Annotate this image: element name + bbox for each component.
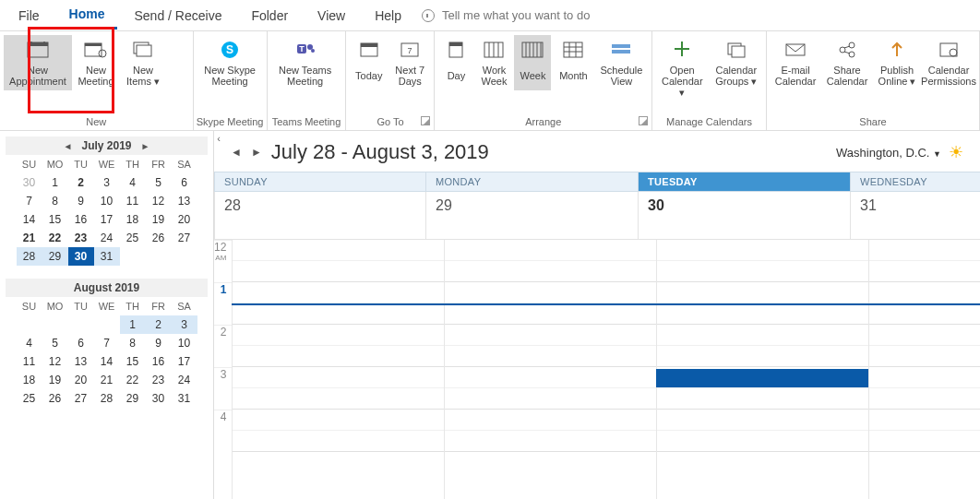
minical-day[interactable]: 30 xyxy=(17,173,42,192)
minical-day[interactable]: 19 xyxy=(146,210,172,229)
minical-day[interactable]: 1 xyxy=(120,315,146,334)
minical-day[interactable]: 5 xyxy=(146,173,172,192)
minical-day[interactable]: 26 xyxy=(42,389,68,408)
time-slot[interactable] xyxy=(233,325,444,346)
minical-day[interactable]: 24 xyxy=(172,371,197,389)
time-slot[interactable] xyxy=(869,303,980,325)
time-slot[interactable] xyxy=(233,388,444,410)
minical-day[interactable]: 18 xyxy=(120,210,146,229)
minical-day[interactable]: 8 xyxy=(120,334,146,352)
week-button[interactable]: Week xyxy=(514,35,551,90)
tab-folder[interactable]: Folder xyxy=(238,3,301,29)
minical-day[interactable]: 31 xyxy=(94,247,120,266)
minical-day[interactable]: 4 xyxy=(120,173,146,192)
minical-day[interactable]: 27 xyxy=(68,389,94,408)
minical-day[interactable]: 26 xyxy=(146,229,172,247)
day-column-header[interactable]: WEDNESDAY31 xyxy=(851,172,980,240)
minical-day[interactable] xyxy=(42,315,68,334)
minical-day[interactable]: 22 xyxy=(120,371,146,389)
time-slot[interactable] xyxy=(869,240,980,261)
minical-day[interactable]: 12 xyxy=(146,192,172,210)
time-slot[interactable] xyxy=(445,388,656,410)
minical-day[interactable] xyxy=(146,247,172,266)
new-items-button[interactable]: New Items ▾ xyxy=(120,35,166,90)
minical-day[interactable]: 12 xyxy=(42,352,68,371)
minical-day[interactable]: 17 xyxy=(94,210,120,229)
time-slot[interactable] xyxy=(869,367,980,388)
minical-day[interactable]: 24 xyxy=(94,229,120,247)
day-column-header[interactable]: SUNDAY28 xyxy=(214,172,426,240)
minical-day[interactable]: 7 xyxy=(94,334,120,352)
new-appointment-button[interactable]: New Appointment xyxy=(4,35,72,90)
minical-day[interactable]: 9 xyxy=(68,192,94,210)
publish-online-button[interactable]: Publish Online ▾ xyxy=(874,35,920,90)
time-slot[interactable] xyxy=(445,261,656,282)
minical-day[interactable]: 29 xyxy=(120,389,146,408)
minical-day[interactable]: 30 xyxy=(68,247,94,266)
calendar-groups-button[interactable]: Calendar Groups ▾ xyxy=(711,35,763,90)
time-slot[interactable] xyxy=(445,410,656,431)
minical-day[interactable]: 21 xyxy=(17,229,42,247)
minical-day[interactable]: 1 xyxy=(42,173,68,192)
day-grid-column[interactable] xyxy=(444,240,656,499)
time-slot[interactable] xyxy=(657,303,868,325)
minical-day[interactable]: 22 xyxy=(42,229,68,247)
time-slot[interactable] xyxy=(657,282,868,303)
minical-day[interactable]: 6 xyxy=(68,334,94,352)
time-slot[interactable] xyxy=(233,367,444,388)
minical-day[interactable]: 21 xyxy=(94,371,120,389)
time-slot[interactable] xyxy=(445,240,656,261)
tab-view[interactable]: View xyxy=(305,3,358,29)
minical-day[interactable]: 16 xyxy=(68,210,94,229)
time-slot[interactable] xyxy=(233,410,444,431)
schedule-view-button[interactable]: Schedule View xyxy=(595,35,647,90)
minical-day[interactable]: 14 xyxy=(17,210,42,229)
time-slot[interactable] xyxy=(657,388,868,410)
minical-day[interactable]: 4 xyxy=(17,334,42,352)
minical-day[interactable]: 2 xyxy=(146,315,172,334)
minical-day[interactable] xyxy=(94,315,120,334)
minical-day[interactable]: 11 xyxy=(120,192,146,210)
time-slot[interactable] xyxy=(869,282,980,303)
minical-day[interactable]: 25 xyxy=(17,389,42,408)
time-slot[interactable] xyxy=(869,388,980,410)
time-slot[interactable] xyxy=(657,325,868,346)
tab-home[interactable]: Home xyxy=(56,1,118,30)
open-calendar-button[interactable]: Open Calendar ▾ xyxy=(656,35,709,101)
minical-day[interactable]: 8 xyxy=(42,192,68,210)
minical-day[interactable]: 3 xyxy=(94,173,120,192)
minical-day[interactable]: 3 xyxy=(172,315,197,334)
dialog-launcher-icon[interactable] xyxy=(421,116,430,125)
minical-day[interactable]: 10 xyxy=(94,192,120,210)
minical-day[interactable]: 5 xyxy=(42,334,68,352)
time-slot[interactable] xyxy=(233,346,444,367)
time-slot[interactable] xyxy=(657,431,868,452)
time-slot[interactable] xyxy=(445,431,656,452)
time-slot[interactable] xyxy=(657,261,868,282)
time-slot[interactable] xyxy=(657,240,868,261)
minical-day[interactable] xyxy=(17,315,42,334)
minical-day[interactable]: 28 xyxy=(94,389,120,408)
minical-day[interactable]: 18 xyxy=(17,371,42,389)
time-slot[interactable] xyxy=(445,303,656,325)
calendar-permissions-button[interactable]: Calendar Permissions xyxy=(922,35,975,90)
time-slot[interactable] xyxy=(869,410,980,431)
tab-file[interactable]: File xyxy=(6,3,53,29)
minical-day[interactable]: 16 xyxy=(146,352,172,371)
time-slot[interactable] xyxy=(233,431,444,452)
tab-help[interactable]: Help xyxy=(362,3,414,29)
time-slot[interactable] xyxy=(657,410,868,431)
work-week-button[interactable]: Work Week xyxy=(475,35,512,90)
weather-location[interactable]: Washington, D.C. ▼ xyxy=(836,146,941,160)
time-slot[interactable] xyxy=(445,346,656,367)
calendar-appointment-block[interactable] xyxy=(656,369,868,387)
time-slot[interactable] xyxy=(445,282,656,303)
minical-day[interactable]: 29 xyxy=(42,247,68,266)
month-button[interactable]: Month xyxy=(553,35,593,90)
time-slot[interactable] xyxy=(869,325,980,346)
minical-day[interactable]: 13 xyxy=(68,352,94,371)
minical-day[interactable]: 10 xyxy=(172,334,197,352)
minical-day[interactable]: 20 xyxy=(172,210,197,229)
day-grid-column[interactable] xyxy=(232,240,444,499)
day-column-header[interactable]: MONDAY29 xyxy=(426,172,639,240)
